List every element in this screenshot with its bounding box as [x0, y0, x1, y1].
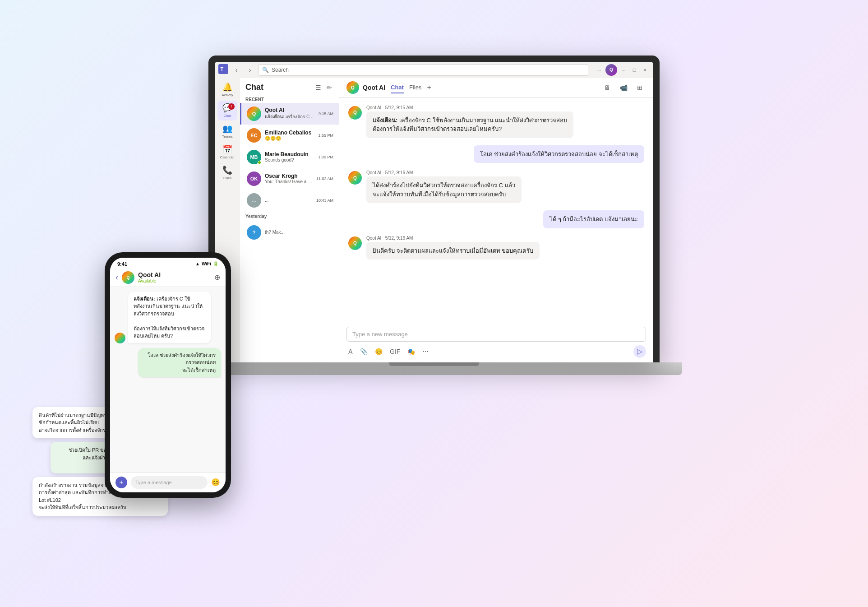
laptop-base — [186, 362, 682, 375]
phone-options-button[interactable]: ⊕ — [214, 273, 220, 282]
search-bar[interactable]: 🔍 Search — [258, 64, 588, 76]
phone-bubble-2: โอเค ช่วยส่งคำร้องแจ้งให้วิศวกรตรวจสอบน่… — [138, 348, 221, 378]
filter-icon[interactable]: ☰ — [314, 83, 323, 93]
activity-icon: 🔔 — [222, 82, 232, 92]
tab-files[interactable]: Files — [409, 82, 421, 93]
back-button[interactable]: ‹ — [231, 65, 242, 75]
chat-item-unknown[interactable]: ... ... 10:43 AM — [240, 190, 339, 211]
calls-label: Calls — [223, 176, 231, 180]
laptop-screen: T ‹ › 🔍 Search ··· Q − □ × — [208, 56, 660, 362]
emiliano-chat-name: Emiliano Ceballos — [265, 130, 314, 136]
wifi-icon: WiFi — [202, 261, 211, 266]
calendar-icon: 📅 — [222, 144, 232, 154]
chat-item-emiliano[interactable]: EC Emiliano Ceballos 🙂🙂🙂 1:55 PM — [240, 125, 339, 146]
msg-bubble-2: โอเค ช่วยส่งคำร้องแจ้งให้วิศวกรตรวจสอบน่… — [474, 145, 644, 163]
teams-icon: 👥 — [222, 124, 232, 134]
phone-contact-name: Qoot AI — [138, 271, 211, 278]
msg-highlight: แจ้งเตือน: — [373, 117, 397, 124]
phone-add-button[interactable]: + — [115, 477, 127, 488]
msg-content-5: Qoot AI 5/12, 9:16 AM ยินดีครับ จะติดตาม… — [366, 236, 540, 260]
messages-area: Q Qoot AI 5/12, 9:15 AM แจ้งเตือน: เครื่… — [339, 98, 653, 322]
chat-badge: 2 — [228, 103, 235, 110]
emiliano-chat-info: Emiliano Ceballos 🙂🙂🙂 — [265, 130, 314, 141]
compose-icon[interactable]: ✏ — [325, 83, 333, 93]
sidebar-item-chat[interactable]: 💬 Chat 2 — [217, 101, 237, 120]
phone-input-placeholder: Type a message — [135, 480, 172, 485]
phone-bubble-1: แจ้งเตือน: เครื่องจักร C ใช้พลังงานเกินม… — [128, 292, 211, 343]
message-2: โอเค ช่วยส่งคำร้องแจ้งให้วิศวกรตรวจสอบน่… — [348, 145, 644, 163]
phone-inner: 9:41 ▲ WiFi 🔋 ‹ Q Qoot AI Available ⊕ — [110, 258, 226, 492]
phone-msg-avatar — [115, 333, 125, 343]
emiliano-chat-time: 1:55 PM — [318, 133, 333, 138]
tab-chat[interactable]: Chat — [391, 82, 404, 93]
emoji-button[interactable]: 😊 — [373, 347, 384, 356]
teams-label: Teams — [222, 134, 233, 139]
sidebar-item-teams[interactable]: 👥 Teams — [217, 121, 237, 141]
unknown-avatar: ... — [247, 193, 261, 208]
sidebar-item-activity[interactable]: 🔔 Activity — [217, 80, 237, 100]
calendar-label: Calendar — [220, 155, 235, 159]
online-indicator — [258, 161, 261, 164]
unknown-chat-info: ... — [265, 198, 313, 203]
yesterday-chat-info: th? Mak... — [265, 230, 333, 235]
msg-meta-5: Qoot AI 5/12, 9:16 AM — [366, 236, 540, 241]
chat-item-oscar[interactable]: OK Oscar Krogh You: Thanks! Have a nice.… — [240, 168, 339, 190]
chat-label: Chat — [224, 114, 231, 118]
user-avatar[interactable]: Q — [605, 64, 617, 76]
format-button[interactable]: A̲ — [346, 347, 355, 356]
chat-item-marie[interactable]: MB Marie Beaudouin Sounds good? 1:00 PM — [240, 146, 339, 168]
phone-emoji-button[interactable]: 😊 — [211, 478, 220, 487]
phone-back-button[interactable]: ‹ — [115, 273, 118, 282]
emiliano-chat-preview: 🙂🙂🙂 — [265, 136, 314, 141]
more-actions-button[interactable]: ⊞ — [633, 81, 646, 94]
message-3: Q Qoot AI 5/12, 9:16 AM ได้ส่งคำร้องไปยั… — [348, 170, 644, 203]
chat-main-name: Qoot AI — [363, 84, 385, 91]
add-tab-button[interactable]: + — [427, 83, 431, 92]
more-options-button[interactable]: ··· — [595, 65, 604, 74]
message-toolbar: A̲ 📎 😊 GIF 🎭 ⋯ ▷ — [346, 345, 646, 358]
yesterday-avatar: ? — [247, 225, 261, 240]
signal-icon: ▲ — [195, 261, 200, 266]
marie-chat-info: Marie Beaudouin Sounds good? — [265, 151, 314, 162]
phone-message-input[interactable]: Type a message — [131, 476, 208, 489]
yesterday-chat-preview: th? Mak... — [265, 230, 333, 235]
chat-item-qoot[interactable]: Q Qoot AI แจ้งเตือน: เครื่องจักร C... 9:… — [240, 103, 339, 125]
svg-text:T: T — [220, 66, 223, 72]
phone-contact-info: Qoot AI Available — [138, 271, 211, 283]
marie-avatar: MB — [247, 150, 261, 164]
attach-button[interactable]: 📎 — [358, 347, 369, 356]
sticker-button[interactable]: 🎭 — [406, 347, 417, 356]
chat-main-area: Q Qoot AI Chat Files + 🖥 📹 ⊞ — [339, 78, 653, 362]
phone-status-icons: ▲ WiFi 🔋 — [195, 261, 218, 267]
phone-outer: 9:41 ▲ WiFi 🔋 ‹ Q Qoot AI Available ⊕ — [105, 252, 231, 498]
activity-label: Activity — [222, 93, 233, 97]
minimize-button[interactable]: − — [619, 65, 628, 74]
chat-list-panel: Chat ☰ ✏ Recent Q Qoot AI แจ้งเตือน: เคร — [240, 78, 339, 362]
calls-icon: 📞 — [222, 165, 232, 175]
message-input-placeholder: Type a new message — [352, 331, 408, 338]
sidebar-item-calls[interactable]: 📞 Calls — [217, 163, 237, 183]
more-options-msg-button[interactable]: ⋯ — [420, 347, 430, 356]
teams-app: T ‹ › 🔍 Search ··· Q − □ × — [215, 62, 653, 362]
recent-section-label: Recent — [240, 95, 339, 103]
close-button[interactable]: × — [641, 65, 650, 74]
msg-avatar-qoot-3: Q — [348, 236, 362, 250]
chat-main-tabs: Chat Files + — [391, 82, 431, 93]
forward-button[interactable]: › — [245, 65, 255, 75]
message-input-box[interactable]: Type a new message — [346, 327, 646, 342]
chat-item-yesterday[interactable]: ? th? Mak... — [240, 222, 339, 243]
screen-share-button[interactable]: 🖥 — [601, 81, 614, 94]
send-button[interactable]: ▷ — [633, 345, 646, 358]
qoot-chat-preview: แจ้งเตือน: เครื่องจักร C... — [265, 113, 315, 120]
msg-content-4: ได้ ๆ ถ้ามีอะไรอัปเดต แจ้งมาเลยนะ — [543, 210, 644, 228]
gif-button[interactable]: GIF — [388, 347, 402, 356]
qoot-chat-name: Qoot AI — [265, 107, 315, 113]
sidebar-item-calendar[interactable]: 📅 Calendar — [217, 142, 237, 162]
laptop-mockup: T ‹ › 🔍 Search ··· Q − □ × — [186, 56, 682, 552]
phone-header: ‹ Q Qoot AI Available ⊕ — [110, 269, 226, 287]
msg-meta-1: Qoot AI 5/12, 9:15 AM — [366, 105, 573, 110]
emiliano-avatar: EC — [247, 128, 261, 143]
video-call-button[interactable]: 📹 — [617, 81, 630, 94]
restore-button[interactable]: □ — [630, 65, 639, 74]
unknown-chat-preview: ... — [265, 198, 313, 203]
